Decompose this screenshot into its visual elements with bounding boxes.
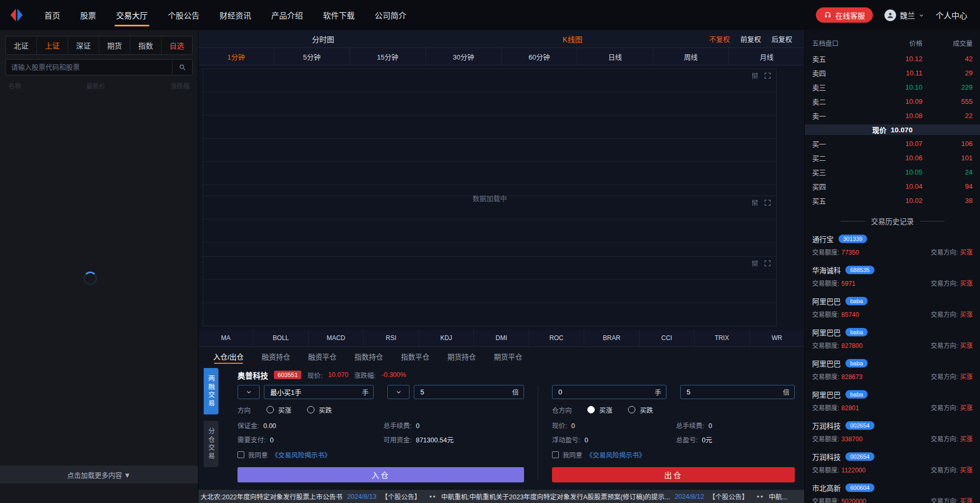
user-menu[interactable]: 魏兰 — [884, 9, 924, 21]
load-more-button[interactable]: 点击加载更多内容 ▼ — [0, 466, 198, 483]
bid-row: 买四 10.04 94 — [805, 179, 980, 194]
ticker-item[interactable]: 大北农:2022年度向特定对象发行股票上市公告书 2024/8/13 【个股公告… — [201, 491, 421, 501]
chart-indicator-panel-2[interactable] — [203, 256, 777, 326]
brand-logo[interactable] — [9, 8, 24, 22]
market-tab[interactable]: 指数 — [130, 36, 161, 54]
panel-settings-icon[interactable] — [751, 72, 759, 80]
indicator-tab[interactable]: BRAR — [584, 330, 639, 346]
trade-tab[interactable]: 入仓/出仓 — [213, 347, 244, 366]
form-field: 现价: 0 — [552, 420, 671, 430]
period-tab[interactable]: 日线 — [577, 48, 653, 65]
trade-tab[interactable]: 期货平仓 — [494, 347, 522, 366]
leverage-select[interactable] — [387, 385, 410, 399]
trade-mode-tab[interactable]: 分仓交易 — [204, 421, 218, 467]
nav-item[interactable]: 股票 — [70, 0, 106, 30]
indicator-tab[interactable]: MA — [198, 330, 253, 346]
history-stock-code-badge: 002654 — [845, 421, 874, 430]
indicator-tab[interactable]: WR — [750, 330, 804, 346]
buy-down-radio[interactable]: 买跌 — [628, 405, 653, 415]
adjust-tab[interactable]: 前复权 — [737, 34, 765, 44]
nav-item[interactable]: 公司简介 — [365, 0, 416, 30]
market-tab[interactable]: 北证 — [6, 36, 37, 54]
agree-checkbox[interactable] — [552, 451, 559, 458]
indicator-tab[interactable]: BOLL — [253, 330, 308, 346]
chart-main-panel[interactable] — [203, 69, 777, 196]
nav-item[interactable]: 产品介绍 — [261, 0, 313, 30]
buy-up-radio[interactable]: 买涨 — [587, 405, 612, 415]
trade-tab[interactable]: 融资平仓 — [308, 347, 337, 366]
indicator-tab[interactable]: CCI — [640, 330, 694, 346]
market-tab[interactable]: 自选 — [161, 36, 192, 54]
period-tab[interactable]: 30分钟 — [426, 48, 502, 65]
trade-tab[interactable]: 指数持仓 — [355, 347, 383, 366]
trade-tab[interactable]: 融资持仓 — [262, 347, 290, 366]
period-tab[interactable]: 15分钟 — [350, 48, 426, 65]
leverage-input[interactable] — [419, 388, 509, 396]
trade-tab[interactable]: 指数平仓 — [401, 347, 430, 366]
period-tab[interactable]: 5分钟 — [274, 48, 350, 65]
ticker-item[interactable]: ●● 中航重机:中航重机关于2023年度向特定对象发行A股股票预案(修订稿)的提… — [429, 491, 748, 501]
nav-item[interactable]: 首页 — [34, 0, 70, 30]
agree-checkbox[interactable] — [237, 451, 244, 458]
lot-size-select[interactable] — [237, 385, 260, 399]
panel-settings-icon[interactable] — [751, 259, 759, 267]
indicator-tab[interactable]: TRIX — [694, 330, 749, 346]
close-leverage-input[interactable] — [686, 388, 780, 396]
volume-value: 42 — [922, 55, 973, 63]
buy-up-radio[interactable]: 买涨 — [267, 405, 291, 415]
online-service-button[interactable]: 在线客服 — [816, 7, 873, 23]
adjust-tab[interactable]: 不复权 — [706, 34, 734, 44]
nav-item[interactable]: 软件下载 — [313, 0, 365, 30]
nav-item[interactable]: 交易大厅 — [106, 0, 158, 30]
open-agreement-row: 我同意 《交易风险揭示书》 — [237, 450, 524, 460]
period-tab[interactable]: 60分钟 — [502, 48, 578, 65]
period-tab[interactable]: 1分钟 — [198, 48, 274, 65]
nav-item[interactable]: 个股公告 — [158, 0, 210, 30]
quantity-input[interactable] — [269, 388, 359, 396]
ticker-date: 2024/8/12 — [674, 493, 704, 500]
close-quantity-input[interactable] — [557, 388, 652, 396]
indicator-tab[interactable]: MACD — [309, 330, 364, 346]
chart-view-tab[interactable]: 分时图 — [198, 30, 448, 47]
history-stock-code-badge: 002654 — [845, 452, 874, 461]
stock-search-input[interactable] — [6, 63, 172, 71]
ticker-item[interactable]: ●● 中航... — [757, 491, 787, 501]
field-label: 保证金: — [237, 420, 259, 430]
field-label: 总手续费: — [383, 420, 411, 430]
stock-list-column: 名称 — [8, 81, 21, 90]
indicator-tab[interactable]: ROC — [529, 330, 584, 346]
field-label: 总手续费: — [676, 420, 704, 430]
trade-mode-tab[interactable]: 两融交易 — [204, 368, 218, 414]
period-tab[interactable]: 周线 — [653, 48, 729, 65]
price-value: 10.02 — [872, 197, 922, 205]
close-position-button[interactable]: 出仓 — [552, 467, 795, 482]
panel-expand-icon[interactable] — [764, 259, 772, 267]
market-tab[interactable]: 深证 — [68, 36, 99, 54]
buy-down-radio[interactable]: 买跌 — [307, 405, 332, 415]
panel-expand-icon[interactable] — [764, 199, 772, 207]
market-tab[interactable]: 期货 — [99, 36, 130, 54]
field-value: 0 — [708, 422, 712, 430]
profile-center-link[interactable]: 个人中心 — [936, 9, 967, 21]
market-tab[interactable]: 上证 — [37, 36, 68, 54]
adjust-tab[interactable]: 后复权 — [768, 34, 796, 44]
panel-settings-icon[interactable] — [751, 199, 759, 207]
period-tab[interactable]: 月线 — [729, 48, 804, 65]
risk-agreement-link[interactable]: 《交易风险揭示书》 — [586, 450, 645, 460]
stock-list[interactable]: 名称最新价涨跌幅 — [0, 78, 198, 466]
indicator-tab[interactable]: RSI — [364, 330, 418, 346]
indicator-tab[interactable]: KDJ — [419, 330, 474, 346]
chart-canvas[interactable]: 数据加载中 — [203, 69, 777, 326]
history-amount: 交易额度:828673 — [812, 372, 862, 381]
open-position-button[interactable]: 入仓 — [237, 467, 524, 482]
chart-indicator-panel-1[interactable] — [203, 196, 777, 256]
field-value: 0 — [571, 422, 575, 430]
trade-tab[interactable]: 期货持仓 — [448, 347, 476, 366]
nav-item[interactable]: 财经资讯 — [210, 0, 261, 30]
search-button[interactable] — [172, 60, 192, 75]
main-nav: 首页股票交易大厅个股公告财经资讯产品介绍软件下载公司简介 — [34, 0, 416, 30]
panel-expand-icon[interactable] — [764, 72, 772, 80]
risk-agreement-link[interactable]: 《交易风险揭示书》 — [272, 450, 331, 460]
indicator-tab[interactable]: DMI — [474, 330, 529, 346]
chart-view-tab[interactable]: K线图 — [448, 30, 697, 47]
